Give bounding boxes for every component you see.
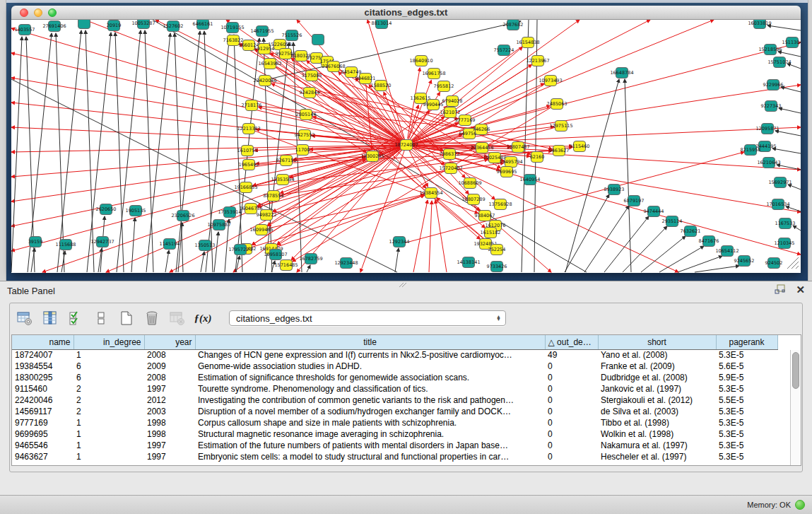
table-header-row[interactable]: namein_degreeyeartitle△ out_de…shortpage… — [12, 335, 777, 349]
graph-node[interactable]: 2087682 — [503, 20, 524, 30]
graph-node[interactable]: 8471676 — [699, 236, 719, 247]
memory-ok-icon[interactable] — [795, 500, 805, 510]
minimize-window-icon[interactable] — [34, 8, 42, 17]
graph-node[interactable]: 1167533 — [775, 218, 796, 229]
graph-node[interactable]: 19384554 — [419, 188, 442, 199]
table-row[interactable]: 1938455462009Genome-wide association stu… — [12, 361, 777, 372]
graph-node[interactable]: 1588520 — [371, 81, 392, 91]
graph-node[interactable]: 2935114 — [662, 216, 683, 227]
delete-icon[interactable] — [143, 309, 161, 327]
column-header-out_degree[interactable]: △ out_de… — [545, 335, 598, 349]
select-checked-icon[interactable] — [66, 309, 85, 327]
graph-node[interactable]: 9229966 — [763, 80, 784, 90]
graph-node[interactable] — [312, 35, 324, 45]
graph-node[interactable]: 7515526 — [282, 30, 302, 41]
graph-node[interactable]: 9245652 — [734, 256, 755, 267]
graph-node[interactable]: 18807289 — [461, 194, 485, 205]
network-nodes[interactable]: 1872400718300295193845547163822966012459… — [15, 20, 801, 272]
graph-node[interactable]: 10688609 — [458, 178, 481, 189]
graph-node[interactable]: 12213967 — [526, 56, 549, 66]
close-window-icon[interactable] — [20, 8, 28, 17]
graph-node[interactable]: 16154838 — [516, 37, 539, 48]
graph-node[interactable]: 1210345 — [775, 238, 795, 249]
graph-node[interactable]: 8938923 — [604, 185, 625, 195]
graph-node[interactable]: 39159 — [28, 237, 43, 247]
graph-node[interactable]: 746266 — [473, 124, 490, 135]
column-selection-icon[interactable] — [41, 309, 59, 327]
graph-node[interactable]: 27691406 — [42, 21, 66, 32]
graph-node[interactable]: 15751074 — [767, 57, 791, 68]
graph-node[interactable]: 17353914 — [218, 207, 241, 218]
graph-node[interactable]: 9474444 — [644, 206, 664, 217]
window-titlebar[interactable]: citations_edges.txt — [11, 6, 801, 20]
column-header-name[interactable]: name — [12, 335, 73, 349]
resize-grip[interactable] — [787, 257, 799, 269]
delete-table-icon[interactable] — [168, 309, 187, 327]
graph-node[interactable]: 10807487 — [506, 142, 529, 153]
graph-node[interactable]: 9733426 — [487, 262, 507, 272]
graph-node[interactable]: 9227343 — [761, 101, 782, 112]
graph-node[interactable]: 10654112 — [715, 246, 739, 257]
graph-node[interactable]: 10053287 — [131, 20, 155, 29]
graph-node[interactable]: 13756928 — [488, 199, 512, 210]
network-canvas-container[interactable]: 1872400718300295193845547163822966012459… — [11, 20, 801, 273]
column-header-year[interactable]: year — [144, 335, 195, 349]
graph-node[interactable]: 20919 — [107, 21, 122, 31]
graph-node[interactable]: 12923448 — [334, 258, 358, 269]
graph-node[interactable]: 1145194 — [160, 239, 180, 250]
graph-node[interactable]: 15218596 — [758, 45, 782, 55]
table-row[interactable]: 911546021997Tourette syndrome. Phenomeno… — [12, 383, 777, 395]
graph-node[interactable]: 7955812 — [434, 81, 454, 92]
graph-node[interactable]: 23206526 — [171, 211, 194, 221]
graph-node[interactable]: 10719155 — [220, 23, 244, 33]
graph-node[interactable]: 9242844 — [300, 88, 320, 98]
graph-node[interactable] — [78, 20, 90, 29]
graph-node[interactable]: 1115688 — [56, 240, 76, 250]
zoom-window-icon[interactable] — [48, 8, 57, 17]
column-header-short[interactable]: short — [598, 335, 716, 349]
graph-node[interactable]: 12213383 — [237, 124, 260, 134]
graph-node[interactable]: 12975115 — [549, 121, 572, 132]
graph-node[interactable]: 252254 — [488, 245, 506, 255]
graph-node[interactable]: 1511304 — [782, 37, 801, 48]
column-header-title[interactable]: title — [195, 335, 545, 349]
table-row[interactable]: 977716911998Corpus callosum shape and si… — [12, 417, 777, 428]
graph-node[interactable]: 9115460 — [570, 141, 590, 152]
rows-icon[interactable] — [92, 309, 110, 327]
graph-node[interactable]: 6466161 — [193, 20, 213, 30]
graph-node[interactable]: 15716485 — [274, 260, 298, 271]
table-settings-icon[interactable] — [16, 309, 34, 327]
graph-node[interactable]: 9427552 — [295, 130, 315, 141]
graph-node[interactable]: 9699695 — [497, 167, 517, 177]
graph-node[interactable]: 1905135 — [126, 206, 146, 216]
table-scrollbar[interactable] — [790, 350, 801, 465]
graph-node[interactable]: 1527602 — [163, 21, 184, 32]
graph-node[interactable]: 62160 — [530, 152, 545, 163]
graph-node[interactable]: 18640910 — [409, 56, 433, 66]
graph-node[interactable]: 6879197 — [624, 196, 645, 206]
graph-node[interactable]: 11700 — [295, 145, 310, 156]
graph-node[interactable]: 14138141 — [457, 257, 480, 268]
graph-node[interactable]: 12095871 — [755, 124, 779, 134]
table-selector-dropdown[interactable]: citations_edges.txt ▲▼ — [229, 310, 506, 326]
table-row[interactable]: 1456911722003Disruption of a novel membe… — [12, 406, 777, 417]
graph-node[interactable]: 14671955 — [250, 26, 273, 37]
graph-node[interactable]: 1292344 — [389, 237, 410, 247]
graph-node[interactable]: 8813014 — [372, 20, 392, 29]
column-header-pagerank[interactable]: pagerank — [716, 335, 777, 349]
table-row[interactable]: 969969511998Structural magnetic resonanc… — [12, 428, 777, 440]
network-canvas[interactable]: 1872400718300295193845547163822966012459… — [11, 20, 801, 273]
table-row[interactable]: 1872400712008Changes of HCN gene express… — [12, 349, 777, 361]
function-builder-icon[interactable]: ƒ(x) — [194, 309, 212, 327]
column-header-in_degree[interactable]: in_degree — [73, 335, 144, 349]
graph-node[interactable]: 1403557 — [15, 25, 35, 35]
graph-node[interactable]: 16648784 — [610, 68, 633, 78]
graph-node[interactable]: 12942737 — [90, 237, 114, 247]
scrollbar-thumb[interactable] — [792, 352, 799, 389]
network-view-window[interactable]: citations_edges.txt 18724007183002951938… — [11, 6, 801, 273]
graph-node[interactable]: 17016534 — [766, 199, 789, 210]
table-row[interactable]: 946554611997Estimation of the future num… — [12, 440, 777, 451]
graph-node[interactable]: 8878554 — [264, 191, 284, 201]
graph-node[interactable]: 16210643 — [757, 158, 780, 168]
graph-node[interactable]: 2805144 — [296, 110, 317, 120]
